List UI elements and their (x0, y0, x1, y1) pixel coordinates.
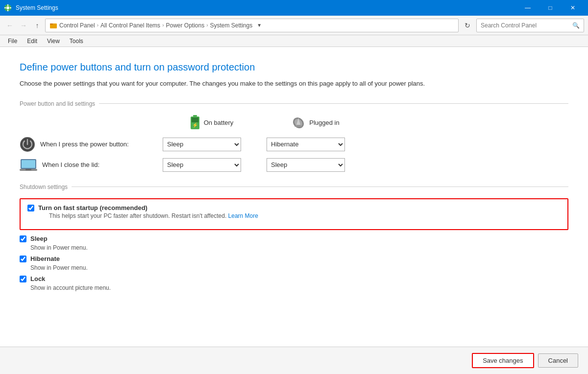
lock-checkbox[interactable] (20, 276, 26, 282)
lid-label: When I close the lid: (20, 158, 157, 172)
address-bar: ← → ↑ Control Panel › All Control Panel … (0, 16, 588, 35)
forward-button[interactable]: → (18, 20, 29, 31)
title-bar: System Settings — □ ✕ (0, 0, 588, 16)
svg-rect-8 (193, 115, 197, 117)
svg-rect-10 (192, 117, 198, 122)
menu-tools[interactable]: Tools (66, 37, 87, 46)
window-title: System Settings (16, 4, 58, 11)
fast-startup-label: Turn on fast startup (recommended) (38, 204, 258, 211)
breadcrumb-system-settings[interactable]: System Settings (210, 22, 253, 29)
folder-icon (49, 22, 57, 29)
breadcrumb: Control Panel › All Control Panel Items … (45, 19, 459, 32)
learn-more-link[interactable]: Learn More (228, 212, 258, 219)
sleep-section: Sleep Show in Power menu. (20, 235, 568, 251)
lock-row: Lock (20, 275, 568, 282)
up-button[interactable]: ↑ (31, 20, 43, 31)
col-header-plugged: Plugged in (267, 116, 365, 130)
sleep-checkbox[interactable] (20, 235, 26, 242)
app-icon (4, 4, 12, 12)
title-bar-controls: — □ ✕ (516, 0, 584, 16)
col-header-battery: ⚡ On battery (163, 115, 261, 131)
power-button-text: When I press the power button: (40, 140, 129, 148)
lid-battery-dropdown[interactable]: Do nothing Sleep Hibernate Shut down Tur… (163, 158, 241, 172)
search-input[interactable] (481, 22, 570, 29)
fast-startup-desc: This helps start your PC faster after sh… (49, 212, 258, 219)
lock-section: Lock Show in account picture menu. (20, 275, 568, 291)
back-button[interactable]: ← (4, 20, 16, 31)
svg-rect-4 (4, 7, 6, 8)
lock-desc: Show in account picture menu. (30, 284, 568, 291)
hibernate-label: Hibernate (30, 255, 60, 262)
lid-battery-dropdown-wrap: Do nothing Sleep Hibernate Shut down Tur… (163, 158, 261, 172)
breadcrumb-power-options[interactable]: Power Options (166, 22, 204, 29)
power-battery-dropdown[interactable]: Do nothing Sleep Hibernate Shut down Tur… (163, 138, 241, 151)
battery-icon: ⚡ (190, 115, 200, 131)
search-icon: 🔍 (572, 22, 580, 29)
close-button[interactable]: ✕ (562, 0, 584, 16)
power-section-label: Power button and lid settings (20, 100, 568, 107)
power-settings-grid: ⚡ On battery Plugged in When I pres (20, 115, 568, 172)
refresh-button[interactable]: ↻ (461, 19, 474, 32)
main-content: Define power buttons and turn on passwor… (0, 47, 588, 374)
power-battery-dropdown-wrap: Do nothing Sleep Hibernate Shut down Tur… (163, 138, 261, 151)
svg-rect-19 (22, 160, 35, 168)
sleep-desc: Show in Power menu. (30, 244, 568, 251)
fast-startup-row: Turn on fast startup (recommended) This … (27, 204, 561, 219)
hibernate-section: Hibernate Show in Power menu. (20, 255, 568, 271)
breadcrumb-control-panel[interactable]: Control Panel (59, 22, 95, 29)
breadcrumb-all-items[interactable]: All Control Panel Items (100, 22, 160, 29)
menu-bar: File Edit View Tools (0, 35, 588, 47)
maximize-button[interactable]: □ (539, 0, 562, 16)
power-plugged-dropdown-wrap: Do nothing Sleep Hibernate Shut down Tur… (267, 138, 365, 151)
power-plugged-dropdown[interactable]: Do nothing Sleep Hibernate Shut down Tur… (267, 138, 345, 151)
menu-view[interactable]: View (43, 37, 64, 46)
page-title: Define power buttons and turn on passwor… (20, 62, 568, 73)
lock-label: Lock (30, 275, 45, 282)
lid-icon (20, 158, 37, 172)
svg-rect-5 (10, 7, 11, 8)
title-bar-left: System Settings (4, 4, 58, 12)
breadcrumb-dropdown-button[interactable]: ▼ (254, 19, 264, 32)
shutdown-section: Shutdown settings Turn on fast startup (… (20, 184, 568, 291)
power-button-label: When I press the power button: (20, 137, 157, 152)
lid-text: When I close the lid: (42, 161, 99, 168)
fast-startup-label-wrap: Turn on fast startup (recommended) This … (38, 204, 258, 219)
svg-rect-21 (25, 169, 31, 170)
svg-rect-3 (7, 10, 8, 11)
hibernate-row: Hibernate (20, 255, 568, 262)
menu-file[interactable]: File (4, 37, 21, 46)
lid-plugged-dropdown[interactable]: Do nothing Sleep Hibernate Shut down Tur… (267, 158, 345, 172)
fast-startup-box: Turn on fast startup (recommended) This … (20, 198, 568, 230)
minimize-button[interactable]: — (516, 0, 539, 16)
cancel-button[interactable]: Cancel (538, 353, 578, 368)
shutdown-section-label: Shutdown settings (20, 184, 568, 190)
search-box: 🔍 (476, 19, 584, 32)
lid-plugged-dropdown-wrap: Do nothing Sleep Hibernate Shut down Tur… (267, 158, 365, 172)
power-button-icon (20, 137, 35, 152)
svg-text:⚡: ⚡ (192, 122, 198, 128)
svg-rect-2 (7, 4, 8, 6)
bottom-bar: Save changes Cancel (0, 347, 588, 374)
sleep-row: Sleep (20, 235, 568, 242)
hibernate-desc: Show in Power menu. (30, 264, 568, 271)
save-changes-button[interactable]: Save changes (472, 353, 534, 368)
plugged-in-icon (292, 116, 305, 130)
hibernate-checkbox[interactable] (20, 256, 26, 262)
sleep-label: Sleep (30, 235, 48, 242)
menu-edit[interactable]: Edit (23, 37, 41, 46)
svg-point-1 (6, 6, 9, 9)
page-description: Choose the power settings that you want … (20, 79, 568, 89)
svg-rect-7 (50, 23, 53, 24)
fast-startup-checkbox[interactable] (27, 205, 34, 211)
